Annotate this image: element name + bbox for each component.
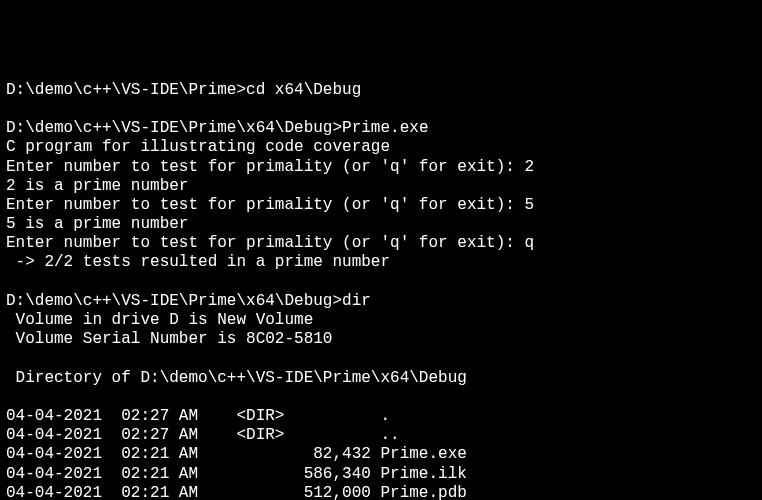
terminal-line: D:\demo\c++\VS-IDE\Prime\x64\Debug>Prime… [6, 119, 756, 138]
terminal-line: Enter number to test for primality (or '… [6, 158, 756, 177]
terminal-line: D:\demo\c++\VS-IDE\Prime\x64\Debug>dir [6, 292, 756, 311]
terminal-line [6, 388, 756, 407]
terminal-line: 04-04-2021 02:21 AM 586,340 Prime.ilk [6, 465, 756, 484]
terminal-line: Volume in drive D is New Volume [6, 311, 756, 330]
terminal-line: Directory of D:\demo\c++\VS-IDE\Prime\x6… [6, 369, 756, 388]
terminal-line: 2 is a prime number [6, 177, 756, 196]
terminal-line: D:\demo\c++\VS-IDE\Prime>cd x64\Debug [6, 81, 756, 100]
terminal-line: Enter number to test for primality (or '… [6, 234, 756, 253]
command-text: cd x64\Debug [246, 81, 361, 99]
terminal-line [6, 349, 756, 368]
terminal-line: Volume Serial Number is 8C02-5810 [6, 330, 756, 349]
terminal-line: 04-04-2021 02:21 AM 82,432 Prime.exe [6, 445, 756, 464]
terminal-line [6, 273, 756, 292]
prompt-text: D:\demo\c++\VS-IDE\Prime> [6, 81, 246, 99]
terminal-line: 04-04-2021 02:27 AM <DIR> . [6, 407, 756, 426]
prompt-text: D:\demo\c++\VS-IDE\Prime\x64\Debug> [6, 292, 342, 310]
command-text: dir [342, 292, 371, 310]
prompt-text: D:\demo\c++\VS-IDE\Prime\x64\Debug> [6, 119, 342, 137]
terminal-line: C program for illustrating code coverage [6, 138, 756, 157]
terminal-line: 5 is a prime number [6, 215, 756, 234]
command-text: Prime.exe [342, 119, 428, 137]
terminal-line: -> 2/2 tests resulted in a prime number [6, 253, 756, 272]
terminal-line: Enter number to test for primality (or '… [6, 196, 756, 215]
terminal-line: 04-04-2021 02:21 AM 512,000 Prime.pdb [6, 484, 756, 500]
terminal-line: 04-04-2021 02:27 AM <DIR> .. [6, 426, 756, 445]
terminal-line [6, 100, 756, 119]
terminal-output[interactable]: D:\demo\c++\VS-IDE\Prime>cd x64\Debug D:… [6, 81, 756, 500]
